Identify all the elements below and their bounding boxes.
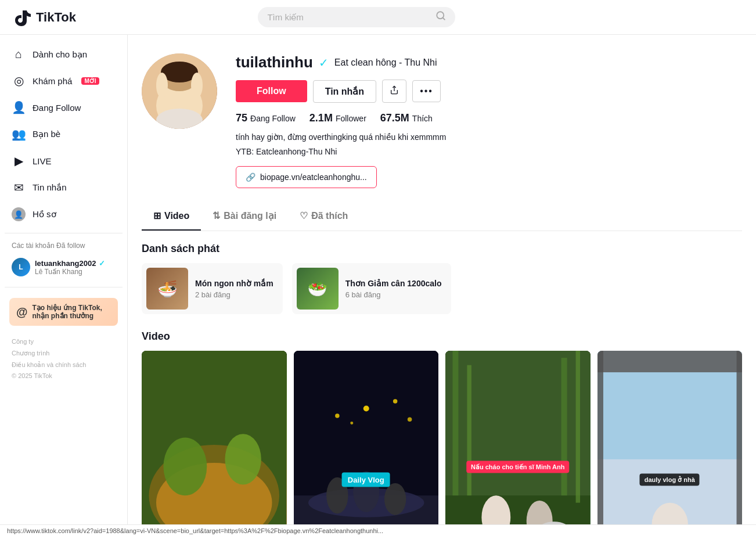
video-card-0[interactable]: ▶ 2.1M <box>142 351 287 524</box>
bio-line2: YTB: Eatcleanhong-Thu Nhi <box>236 146 742 158</box>
new-badge: MỚI <box>81 77 99 85</box>
sidebar-item-profile[interactable]: 👤 Hồ sơ <box>5 202 123 227</box>
top-navigation: TikTok <box>0 0 756 35</box>
bio-link-box[interactable]: 🔗 biopage.vn/eatcleanhonghu... <box>236 166 377 188</box>
compass-icon: ◎ <box>12 74 26 88</box>
tab-video-icon: ⊞ <box>153 210 161 221</box>
avatar-svg <box>142 53 217 129</box>
search-bar <box>258 7 455 27</box>
avatar-image <box>142 53 217 129</box>
stat-likes: 67.5M Thích <box>380 112 433 124</box>
video-label-1: Daily Vlog <box>342 472 390 487</box>
profile-header: tuilathinhu ✓ Eat clean hông - Thu Nhi F… <box>142 35 742 202</box>
playlist-info-1: Thơn Giảm cân 1200calo 6 bài đăng <box>345 279 442 299</box>
sidebar-item-explore[interactable]: ◎ Khám phá MỚI <box>5 68 123 93</box>
profile-info: tuilathinhu ✓ Eat clean hông - Thu Nhi F… <box>236 53 742 188</box>
message-icon: ✉ <box>12 181 26 195</box>
follow-button[interactable]: Follow <box>236 80 307 102</box>
bio-line1: tính hay giờn, đừng overthingking quá nh… <box>236 131 742 143</box>
message-button[interactable]: Tin nhắn <box>313 80 376 103</box>
sidebar-item-label: Hồ sơ <box>33 209 56 220</box>
footer-link-terms[interactable]: Điều khoản và chính sách <box>12 361 86 368</box>
tab-repost[interactable]: ⇅ Bài đăng lại <box>201 202 288 231</box>
stat-following-count: 75 <box>236 112 247 124</box>
profile-actions: Follow Tin nhắn ••• <box>236 80 742 103</box>
video-card-1[interactable]: Daily Vlog ▶ 2.6M <box>294 351 439 524</box>
stat-followers-count: 2.1M <box>309 112 333 124</box>
sidebar-item-following[interactable]: 👤 Đang Follow <box>5 95 123 120</box>
sidebar-item-live[interactable]: ▶ LIVE <box>5 148 123 174</box>
playlist-thumb-0: 🍜 <box>146 268 188 310</box>
playlist-info-0: Món ngon nhờ mắm 2 bài đăng <box>195 279 273 299</box>
home-icon: ⌂ <box>12 48 26 61</box>
promo-text: Tạo hiệu ứng TikTok, nhận phần thưởng <box>33 304 111 320</box>
tab-repost-icon: ⇅ <box>213 210 220 221</box>
stat-likes-count: 67.5M <box>380 112 409 124</box>
footer-link-program[interactable]: Chương trình <box>12 350 49 357</box>
followed-account-displayname: Lê Tuấn Khang <box>35 268 105 276</box>
search-icon <box>435 10 446 21</box>
main-content: tuilathinhu ✓ Eat clean hông - Thu Nhi F… <box>128 35 756 524</box>
followed-account-username: letuankhang2002 ✓ <box>35 259 105 268</box>
following-icon: 👤 <box>12 100 26 114</box>
followed-account-letuankhang[interactable]: L letuankhang2002 ✓ Lê Tuấn Khang <box>5 253 123 281</box>
promo-banner[interactable]: @ Tạo hiệu ứng TikTok, nhận phần thưởng <box>9 298 118 326</box>
playlist-count-1: 6 bài đăng <box>345 290 442 299</box>
svg-line-1 <box>443 17 445 19</box>
stat-followers-label: Follower <box>336 114 366 123</box>
tiktok-logo-icon <box>14 8 33 27</box>
more-icon: ••• <box>420 86 433 96</box>
playlist-section-title: Danh sách phát <box>142 243 742 255</box>
tab-video[interactable]: ⊞ Video <box>142 202 201 231</box>
svg-point-7 <box>156 73 168 98</box>
sidebar-item-label: LIVE <box>33 156 52 166</box>
friends-icon: 👥 <box>12 127 26 141</box>
more-button[interactable]: ••• <box>412 80 441 102</box>
sidebar-item-for-you[interactable]: ⌂ Dành cho bạn <box>5 42 123 67</box>
sidebar-item-label: Bạn bè <box>33 129 60 139</box>
search-input[interactable] <box>267 12 431 22</box>
stats-row: 75 Đang Follow 2.1M Follower 67.5M Thích <box>236 112 742 124</box>
promo-icon: @ <box>16 305 28 319</box>
playlist-grid: 🍜 Món ngon nhờ mắm 2 bài đăng 🥗 Thơn Giả… <box>142 263 742 314</box>
tab-repost-label: Bài đăng lại <box>224 210 276 221</box>
logo[interactable]: TikTok <box>14 8 76 27</box>
footer-link-company[interactable]: Công ty <box>12 338 34 345</box>
verified-badge: ✓ <box>99 259 105 268</box>
profile-username-row: tuilathinhu ✓ Eat clean hông - Thu Nhi <box>236 53 742 71</box>
share-icon <box>390 85 399 95</box>
followed-account-avatar: L <box>12 258 30 276</box>
search-button[interactable] <box>435 10 446 24</box>
stat-following: 75 Đang Follow <box>236 112 296 124</box>
stat-likes-label: Thích <box>412 114 433 123</box>
share-button[interactable] <box>382 80 406 103</box>
logo-text: TikTok <box>36 10 76 25</box>
tab-liked-label: Đã thích <box>311 211 348 221</box>
profile-icon: 👤 <box>12 207 26 221</box>
sidebar-item-label: Tin nhắn <box>33 182 66 193</box>
tab-liked[interactable]: ♡ Đã thích <box>288 202 359 231</box>
sidebar-item-label: Đang Follow <box>33 103 81 113</box>
sidebar-item-friends[interactable]: 👥 Bạn bè <box>5 121 123 147</box>
profile-avatar <box>142 53 217 129</box>
video-card-2[interactable]: Nấu cháo cho tiến sĩ Minh Anh ▶ 5.5M <box>445 351 591 524</box>
video-label-2: Nấu cháo cho tiến sĩ Minh Anh <box>466 461 569 473</box>
tab-liked-icon: ♡ <box>300 210 308 221</box>
sidebar-item-label: Khám phá <box>33 76 72 86</box>
sidebar-item-messages[interactable]: ✉ Tin nhắn <box>5 175 123 200</box>
profile-username: tuilathinhu <box>236 53 313 71</box>
sidebar-divider <box>5 233 123 233</box>
stat-following-label: Đang Follow <box>250 114 296 123</box>
profile-tabs: ⊞ Video ⇅ Bài đăng lại ♡ Đã thích <box>142 202 742 231</box>
profile-verified-badge: ✓ <box>319 56 329 70</box>
playlist-count-0: 2 bài đăng <box>195 290 273 299</box>
profile-display-name: Eat clean hông - Thu Nhi <box>334 57 437 68</box>
main-layout: ⌂ Dành cho bạn ◎ Khám phá MỚI 👤 Đang Fol… <box>0 35 756 524</box>
tab-video-label: Video <box>164 211 189 221</box>
video-card-3[interactable]: dauly vlog ở nhà ▶ 2.1M <box>597 351 743 524</box>
live-icon: ▶ <box>12 154 26 168</box>
bio-link-text: biopage.vn/eatcleanhonghu... <box>260 172 367 182</box>
playlist-card-1[interactable]: 🥗 Thơn Giảm cân 1200calo 6 bài đăng <box>292 263 451 314</box>
sidebar-divider-2 <box>5 287 123 287</box>
playlist-card-0[interactable]: 🍜 Món ngon nhờ mắm 2 bài đăng <box>142 263 283 314</box>
